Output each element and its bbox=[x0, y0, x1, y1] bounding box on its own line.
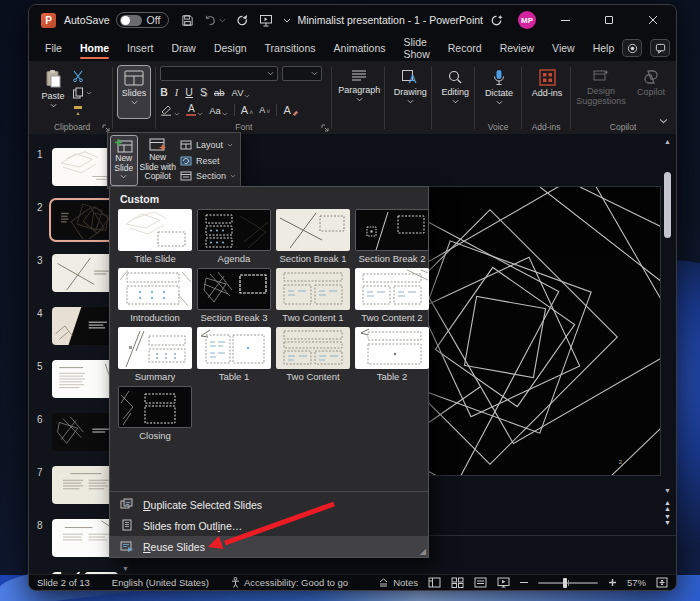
layout-option-two-content[interactable]: Two Content bbox=[276, 327, 350, 382]
chevron-down-icon bbox=[174, 112, 180, 116]
copilot-badge-icon[interactable] bbox=[489, 13, 504, 28]
underline-button[interactable]: U bbox=[185, 86, 193, 98]
zoom-out-button[interactable] bbox=[520, 582, 528, 584]
menu-tab-slide-show[interactable]: Slide Show bbox=[396, 32, 438, 64]
language-status[interactable]: English (United States) bbox=[112, 577, 209, 588]
menu-tab-record[interactable]: Record bbox=[440, 38, 490, 58]
dictate-button[interactable]: Dictate bbox=[479, 65, 519, 105]
menu-tab-view[interactable]: View bbox=[544, 38, 583, 58]
menu-tab-insert[interactable]: Insert bbox=[119, 38, 161, 58]
normal-view-button[interactable] bbox=[428, 577, 441, 588]
record-button[interactable] bbox=[622, 39, 642, 57]
addins-button[interactable]: Add-ins bbox=[526, 65, 568, 98]
menu-tab-help[interactable]: Help bbox=[585, 38, 623, 58]
layout-option-summary[interactable]: Summary bbox=[118, 327, 192, 382]
collapse-ribbon-button[interactable] bbox=[659, 110, 668, 128]
font-name-combo[interactable] bbox=[160, 66, 278, 81]
scroll-up-icon[interactable]: ▲ bbox=[662, 138, 673, 145]
customize-qat-chevron-icon[interactable] bbox=[283, 18, 291, 23]
strikethrough-button[interactable]: ab bbox=[214, 87, 225, 98]
undo-button[interactable] bbox=[204, 14, 226, 26]
menu-tab-file[interactable]: File bbox=[37, 38, 70, 58]
character-spacing-button[interactable]: AV bbox=[232, 87, 251, 98]
panel-scroll-down-icon[interactable]: ▼ bbox=[122, 565, 129, 572]
text-shadow-button[interactable]: S bbox=[200, 86, 207, 98]
format-painter-button[interactable] bbox=[72, 103, 92, 116]
layout-option-table-1[interactable]: Table 1 bbox=[197, 327, 271, 382]
canvas-scrollbar[interactable]: ▲ ▼ bbox=[662, 138, 673, 494]
slides-button[interactable]: Slides bbox=[117, 65, 151, 119]
slide-sorter-view-button[interactable] bbox=[451, 577, 464, 588]
next-slide-button[interactable]: ▼▼ bbox=[664, 514, 671, 525]
editing-button[interactable]: Editing bbox=[436, 65, 474, 104]
slideshow-view-button[interactable] bbox=[497, 577, 510, 588]
font-size-combo[interactable] bbox=[282, 66, 322, 81]
save-button[interactable] bbox=[181, 14, 194, 27]
layout-option-title-slide[interactable]: Title Slide bbox=[118, 209, 192, 264]
layout-button[interactable]: Layout bbox=[180, 138, 236, 152]
menu-item-reuse-slides[interactable]: Reuse Slides bbox=[110, 536, 428, 557]
clear-formatting-button[interactable]: A bbox=[283, 104, 298, 116]
decrease-font-size-button[interactable]: A˅ bbox=[259, 105, 270, 115]
redo-button[interactable] bbox=[236, 14, 249, 27]
layout-option-agenda[interactable]: Agenda bbox=[197, 209, 271, 264]
layout-option-section-break-1[interactable]: Section Break 1 bbox=[276, 209, 350, 264]
menu-tab-home[interactable]: Home bbox=[72, 38, 117, 58]
layout-option-introduction[interactable]: Introduction bbox=[118, 268, 192, 323]
menu-tab-animations[interactable]: Animations bbox=[326, 38, 394, 58]
layout-option-two-content-1[interactable]: Two Content 1 bbox=[276, 268, 350, 323]
resize-grip-icon[interactable]: ◢ bbox=[420, 548, 426, 556]
copy-button[interactable] bbox=[72, 86, 92, 99]
layout-option-closing[interactable]: Closing bbox=[118, 386, 192, 441]
paste-button[interactable]: Paste bbox=[36, 65, 70, 120]
font-color-button[interactable]: A bbox=[186, 104, 203, 116]
menu-tab-design[interactable]: Design bbox=[206, 38, 255, 58]
zoom-slider[interactable] bbox=[538, 582, 598, 584]
maximize-button[interactable] bbox=[594, 9, 624, 31]
layout-option-section-break-3[interactable]: Section Break 3 bbox=[197, 268, 271, 323]
zoom-in-button[interactable] bbox=[608, 578, 617, 587]
start-slideshow-button[interactable] bbox=[259, 14, 273, 27]
change-case-button[interactable]: Aa bbox=[209, 105, 228, 116]
layout-option-section-break-2[interactable]: Section Break 2 bbox=[355, 209, 429, 264]
group-divider bbox=[431, 67, 432, 129]
minimize-button[interactable] bbox=[550, 9, 580, 31]
section-button[interactable]: Section bbox=[180, 169, 236, 183]
layout-option-two-content-2[interactable]: Two Content 2 bbox=[355, 268, 429, 323]
scroll-down-icon[interactable]: ▼ bbox=[662, 487, 673, 494]
zoom-slider-thumb[interactable] bbox=[563, 578, 567, 588]
paragraph-button[interactable]: Paragraph bbox=[336, 65, 382, 102]
accessibility-status[interactable]: Accessibility: Good to go bbox=[231, 577, 348, 588]
notes-button[interactable]: Notes bbox=[378, 577, 418, 588]
fit-to-window-button[interactable] bbox=[656, 577, 668, 588]
menu-item-slides-from-outline[interactable]: Slides from Outline… bbox=[110, 515, 428, 536]
bold-button[interactable]: B bbox=[160, 86, 168, 98]
highlight-color-button[interactable] bbox=[160, 104, 180, 116]
zoom-level[interactable]: 57% bbox=[627, 577, 646, 588]
reading-view-button[interactable] bbox=[474, 577, 487, 588]
drawing-button[interactable]: A Drawing bbox=[389, 65, 431, 104]
italic-button[interactable]: I bbox=[175, 87, 179, 98]
design-suggestions-button[interactable]: Design Suggestions bbox=[575, 65, 627, 107]
addins-group: Add-ins Add-ins bbox=[523, 64, 569, 134]
menu-item-duplicate-selected-slides[interactable]: Duplicate Selected Slides bbox=[110, 494, 428, 515]
clipboard-dialog-launcher[interactable] bbox=[102, 124, 110, 132]
previous-slide-button[interactable]: ▲▲ bbox=[664, 500, 671, 511]
new-slide-button[interactable]: New Slide bbox=[110, 135, 138, 186]
menu-tab-transitions[interactable]: Transitions bbox=[257, 38, 324, 58]
new-slide-with-copilot-button[interactable]: New Slide with Copilot bbox=[140, 135, 176, 186]
menu-tab-review[interactable]: Review bbox=[492, 38, 542, 58]
slide-counter[interactable]: Slide 2 of 13 bbox=[37, 577, 90, 588]
account-avatar[interactable]: MP bbox=[518, 11, 536, 29]
autosave-toggle[interactable]: Off bbox=[116, 12, 170, 28]
reset-button[interactable]: Reset bbox=[180, 154, 236, 168]
scrollbar-thumb[interactable] bbox=[664, 172, 671, 238]
comments-button[interactable] bbox=[650, 39, 670, 57]
copilot-button[interactable]: Copilot bbox=[631, 65, 671, 107]
font-dialog-launcher[interactable] bbox=[321, 124, 329, 132]
menu-tab-draw[interactable]: Draw bbox=[163, 38, 204, 58]
close-button[interactable] bbox=[638, 9, 668, 31]
cut-button[interactable] bbox=[72, 69, 92, 82]
increase-font-size-button[interactable]: A˄ bbox=[241, 104, 253, 116]
layout-option-table-2[interactable]: Table 2 bbox=[355, 327, 429, 382]
